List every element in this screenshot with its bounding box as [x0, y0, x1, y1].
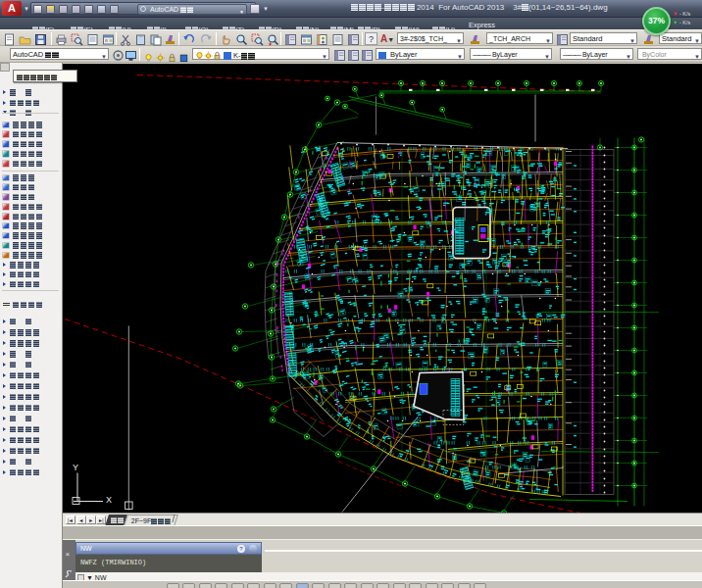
- svg-text:X: X: [106, 494, 112, 504]
- svg-text:Y: Y: [73, 462, 78, 471]
